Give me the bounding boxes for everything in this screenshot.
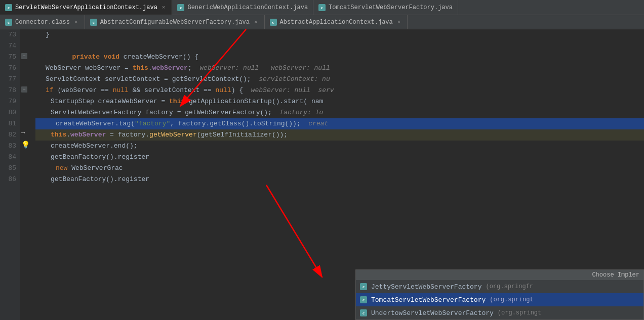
fold-icon-78[interactable]: −: [21, 85, 28, 93]
c-icon: c: [5, 4, 12, 11]
line-num-76: 76: [0, 63, 16, 74]
code-line-73: }: [35, 29, 644, 40]
autocomplete-header: Choose Impler: [356, 270, 643, 280]
tab-label: GenericWebApplicationContext.java: [187, 4, 308, 11]
tab-close[interactable]: ×: [160, 4, 167, 11]
line-num-84: 84: [0, 152, 16, 163]
c-badge: c: [360, 283, 367, 290]
c-icon: c: [318, 4, 326, 11]
code-line-79: StartupStep createWebServer = this.getAp…: [35, 96, 644, 107]
line-num-81: 81: [0, 118, 16, 129]
code-line-75: private void createWebServer() {: [35, 52, 644, 63]
tab-bar-top: c ServletWebServerApplicationContext.jav…: [0, 0, 644, 15]
line-num-82: 82: [0, 129, 16, 141]
editor-area: 73 74 75 76 77 78 79 80 81 82 83 84 85 8…: [0, 29, 644, 320]
tab-connector[interactable]: c Connector.class ×: [0, 15, 85, 29]
tab-label: ServletWebServerApplicationContext.java: [15, 4, 157, 11]
tab-servlet-web-server[interactable]: c ServletWebServerApplicationContext.jav…: [0, 0, 172, 15]
c-icon: c: [177, 4, 184, 11]
item-pkg-jetty: (org.springfr: [486, 283, 533, 290]
tab-close[interactable]: ×: [73, 19, 79, 26]
tab-generic-web[interactable]: c GenericWebApplicationContext.java: [172, 0, 313, 15]
line-num-85: 85: [0, 163, 16, 174]
code-line-82: this.webServer = factory.getWebServer(ge…: [35, 129, 644, 141]
tab-label: AbstractConfigurableWebServerFactory.jav…: [100, 19, 250, 26]
tab-bar-bottom: c Connector.class × c AbstractConfigurab…: [0, 15, 644, 29]
item-name-undertow: UndertowServletWebServerFactory: [371, 309, 494, 317]
line-num-79: 79: [0, 96, 16, 107]
arrow-2: [266, 185, 322, 277]
code-line-83: createWebServer.end();: [35, 141, 644, 152]
line-num-77: 77: [0, 74, 16, 85]
line-num-86: 86: [0, 174, 16, 185]
tab-abstract-configurable[interactable]: c AbstractConfigurableWebServerFactory.j…: [85, 15, 265, 29]
tab-label: TomcatServletWebServerFactory.java: [329, 4, 453, 11]
line-num-73: 73: [0, 29, 16, 40]
c-badge: c: [360, 296, 367, 303]
bulb-icon[interactable]: 💡: [21, 141, 30, 149]
line-num-75: 75: [0, 52, 16, 63]
code-line-80: ServletWebServerFactory factory = getWeb…: [35, 107, 644, 118]
code-line-84: getBeanFactory().register: [35, 152, 644, 163]
c-icon: c: [90, 19, 97, 26]
code-line-86: getBeanFactory().register: [35, 174, 644, 185]
line-num-83: 83: [0, 141, 16, 152]
line-numbers: 73 74 75 76 77 78 79 80 81 82 83 84 85 8…: [0, 29, 20, 320]
item-pkg-tomcat: (org.springt: [490, 296, 533, 303]
line-num-78: 78: [0, 85, 16, 96]
code-line-85: new WebServerGrac: [35, 163, 644, 174]
fold-icon-75[interactable]: −: [21, 52, 28, 59]
tab-abstract-app-context[interactable]: c AbstractApplicationContext.java ×: [265, 15, 408, 29]
line-num-74: 74: [0, 40, 16, 52]
item-name-tomcat: TomcatServletWebServerFactory: [371, 296, 486, 304]
autocomplete-popup: Choose Impler c JettyServletWebServerFac…: [355, 269, 644, 320]
gutter: − − 💡 →: [20, 29, 30, 320]
c-icon: c: [5, 19, 12, 26]
tab-label: Connector.class: [15, 19, 70, 26]
code-content: } private void createWebServer() { WebSe…: [30, 29, 644, 320]
autocomplete-item-tomcat[interactable]: c TomcatServletWebServerFactory (org.spr…: [356, 293, 643, 306]
autocomplete-item-undertow[interactable]: c UndertowServletWebServerFactory (org.s…: [356, 306, 643, 319]
item-pkg-undertow: (org.springt: [498, 309, 541, 316]
item-name-jetty: JettyServletWebServerFactory: [371, 283, 481, 291]
c-badge: c: [360, 309, 367, 316]
tab-tomcat-factory[interactable]: c TomcatServletWebServerFactory.java: [313, 0, 458, 15]
tab-close[interactable]: ×: [396, 19, 402, 26]
c-icon: c: [270, 19, 277, 26]
code-line-78: if (webServer == null && servletContext …: [35, 85, 644, 96]
line-num-80: 80: [0, 107, 16, 118]
code-line-81: createWebServer.tag("factory", factory.g…: [35, 118, 644, 129]
arrow-indicator: →: [21, 129, 25, 136]
code-line-77: ServletContext servletContext = getServl…: [35, 74, 644, 85]
autocomplete-item-jetty[interactable]: c JettyServletWebServerFactory (org.spri…: [356, 280, 643, 293]
tab-label: AbstractApplicationContext.java: [280, 19, 393, 26]
tab-close[interactable]: ×: [253, 19, 259, 26]
code-line-76: WebServer webServer = this.webServer; we…: [35, 63, 644, 74]
